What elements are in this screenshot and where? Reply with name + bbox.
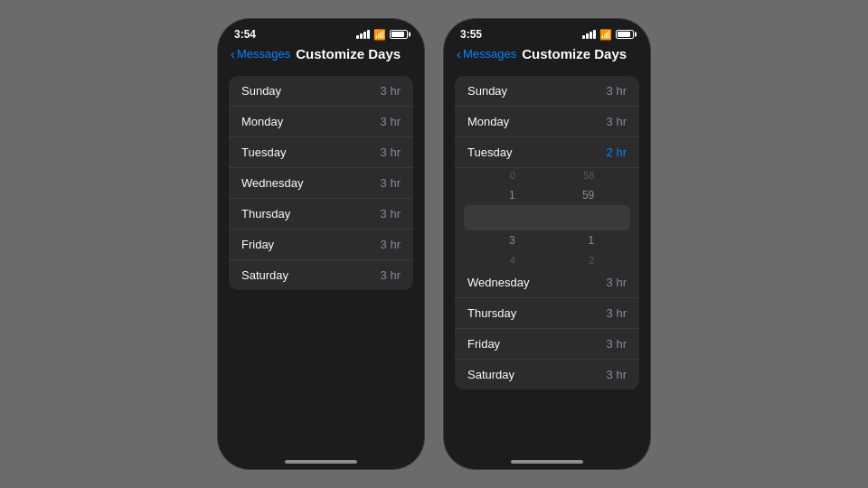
list-item[interactable]: Sunday 3 hr (455, 76, 639, 107)
day-name: Friday (241, 238, 274, 251)
day-name: Friday (467, 337, 500, 351)
hour-value: 3 hr (607, 368, 627, 381)
picker-num: 59 (562, 185, 594, 205)
min-label-col: min (596, 145, 615, 290)
picker-num (562, 270, 594, 290)
nav-bar-1: ‹ Messages Customize Days (218, 44, 424, 69)
list-item[interactable]: Thursday 3 hr (229, 199, 413, 230)
hour-value: 3 hr (607, 115, 627, 128)
min-label: min (596, 205, 615, 230)
hour-value: 3 hr (381, 238, 401, 251)
list-item[interactable]: Wednesday 3 hr (229, 168, 413, 199)
picker-num: 4 (479, 250, 515, 270)
status-bar-1: 3:54 📶 (218, 19, 424, 44)
days-list-1: Sunday 3 hr Monday 3 hr Tuesday 3 hr Wed… (218, 69, 424, 451)
days-list-2: Sunday 3 hr Monday 3 hr Tuesday 2 hr 0 (444, 69, 650, 451)
home-indicator-2 (444, 451, 650, 469)
signal-icon-1 (356, 30, 370, 39)
picker-num: 1 (562, 230, 594, 250)
list-item[interactable]: Saturday 3 hr (455, 360, 639, 389)
picker-num-selected-mins: 0 (562, 205, 594, 230)
list-item[interactable]: Sunday 3 hr (229, 76, 413, 107)
list-item[interactable]: Tuesday 3 hr (229, 137, 413, 168)
picker-num: 3 (479, 230, 515, 250)
chevron-left-icon-2: ‹ (457, 47, 461, 61)
list-item[interactable]: Thursday 3 hr (455, 298, 639, 329)
day-name: Sunday (467, 84, 507, 98)
hour-value: 3 hr (381, 207, 401, 221)
home-indicator-1 (218, 451, 424, 469)
picker-num (479, 270, 515, 290)
hour-value: 3 hr (381, 268, 401, 282)
back-button-1[interactable]: ‹ Messages (231, 47, 290, 61)
wifi-icon-1: 📶 (373, 29, 386, 41)
back-button-2[interactable]: ‹ Messages (457, 47, 516, 61)
wifi-icon-2: 📶 (599, 29, 612, 41)
hour-value: 3 hr (607, 306, 627, 320)
page-title-1: Customize Days (296, 46, 401, 61)
picker-num: 1 (479, 185, 515, 205)
day-name: Tuesday (241, 145, 286, 159)
list-item[interactable]: Friday 3 hr (229, 230, 413, 260)
hour-value: 3 hr (381, 115, 401, 128)
nav-bar-2: ‹ Messages Customize Days (444, 44, 650, 69)
signal-icon-2 (582, 30, 596, 39)
status-icons-1: 📶 (356, 29, 408, 41)
picker-num: 2 (562, 250, 594, 270)
hour-value: 3 hr (381, 176, 401, 190)
chevron-left-icon-1: ‹ (231, 47, 235, 61)
status-bar-2: 3:55 📶 (444, 19, 650, 44)
hours-label-col: hours (517, 145, 547, 290)
picker-num: 58 (562, 165, 594, 185)
day-name: Sunday (241, 84, 281, 98)
picker-num-selected-hours: 2 (479, 205, 515, 230)
day-name: Monday (241, 115, 283, 128)
battery-icon-1 (390, 30, 408, 39)
day-name: Thursday (467, 306, 516, 320)
phone-2: 3:55 📶 ‹ Messages Customize Days Sunday (443, 18, 651, 470)
hour-value: 3 hr (381, 145, 401, 159)
hours-label: hours (517, 205, 547, 230)
time-picker[interactable]: 0 1 2 3 4 hours (455, 168, 639, 267)
battery-icon-2 (616, 30, 634, 39)
day-name: Monday (467, 115, 509, 128)
list-item[interactable]: Saturday 3 hr (229, 260, 413, 290)
list-section-1: Sunday 3 hr Monday 3 hr Tuesday 3 hr Wed… (229, 76, 413, 290)
list-item[interactable]: Friday 3 hr (455, 329, 639, 360)
day-name: Wednesday (241, 176, 303, 190)
page-title-2: Customize Days (522, 46, 627, 61)
day-name: Saturday (241, 268, 288, 282)
list-item[interactable]: Monday 3 hr (229, 107, 413, 137)
list-section-top: Sunday 3 hr Monday 3 hr Tuesday 2 hr 0 (455, 76, 639, 389)
phone-1: 3:54 📶 ‹ Messages Customize Days Sunday … (217, 18, 425, 470)
day-name: Saturday (467, 368, 514, 381)
back-label-1: Messages (237, 47, 290, 61)
list-item[interactable]: Monday 3 hr (455, 107, 639, 137)
status-icons-2: 📶 (582, 29, 634, 41)
hour-value: 3 hr (607, 337, 627, 351)
hours-column[interactable]: 0 1 2 3 4 (479, 145, 515, 290)
picker-num (562, 145, 594, 165)
time-2: 3:55 (460, 28, 482, 41)
minutes-column[interactable]: 58 59 0 1 2 (562, 145, 594, 290)
back-label-2: Messages (463, 47, 516, 61)
hour-value: 3 hr (381, 84, 401, 98)
picker-num (479, 145, 515, 165)
day-name: Thursday (241, 207, 290, 221)
hour-value: 3 hr (607, 84, 627, 98)
picker-num: 0 (479, 165, 515, 185)
time-1: 3:54 (234, 28, 256, 41)
